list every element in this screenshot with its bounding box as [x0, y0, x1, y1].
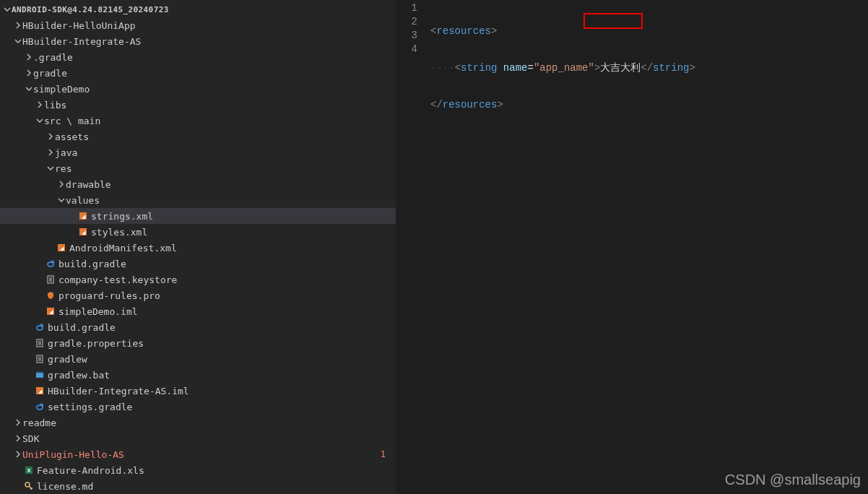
tree-folder[interactable]: HBuilder-Integrate-AS	[0, 33, 396, 49]
chevron-right-icon	[14, 419, 22, 426]
tree-file[interactable]: license.md	[0, 478, 396, 494]
tree-folder[interactable]: libs	[0, 97, 396, 113]
svg-text:X: X	[27, 468, 31, 473]
tree-item-label: company-test.keystore	[58, 274, 177, 285]
tree-file[interactable]: ◢AndroidManifest.xml	[0, 240, 396, 256]
tree-file[interactable]: ◢strings.xml	[0, 208, 396, 224]
tree-item-label: HBuilder-Integrate-AS.iml	[48, 386, 189, 396]
tree-item-label: license.md	[37, 481, 93, 492]
tree-item-label: proguard-rules.pro	[58, 290, 160, 301]
tree-file[interactable]: company-test.keystore	[0, 272, 396, 287]
tree-item-label: gradlew	[48, 354, 87, 365]
chevron-right-icon	[14, 451, 22, 458]
file-explorer[interactable]: ANDROID-SDK@4.24.82145_20240723 HBuilder…	[0, 0, 396, 494]
tree-folder[interactable]: readme	[0, 415, 396, 430]
tree-folder[interactable]: src \ main	[0, 113, 396, 129]
tree-item-label: res	[55, 163, 71, 174]
tree-file[interactable]: gradlew.bat	[0, 367, 396, 383]
line-number-gutter: 1 2 3 4	[396, 0, 430, 494]
tree-folder[interactable]: assets	[0, 129, 396, 144]
line-number: 2	[396, 15, 417, 29]
svg-rect-17	[36, 372, 43, 373]
chevron-down-icon	[14, 38, 22, 45]
file-icon	[44, 274, 57, 285]
tree-file[interactable]: build.gradle	[0, 256, 396, 272]
tree-folder[interactable]: res	[0, 160, 396, 176]
tree-item-label: Feature-Android.xls	[37, 465, 144, 476]
tree-item-label: java	[55, 147, 77, 158]
tree-file[interactable]: ◢styles.xml	[0, 224, 396, 240]
tree-item-label: settings.gradle	[48, 402, 132, 412]
gradle-icon	[33, 402, 46, 412]
tree-item-label: values	[66, 195, 100, 206]
tree-item-label: styles.xml	[91, 227, 147, 238]
tree-item-label: UniPlugin-Hello-AS	[22, 449, 124, 460]
tree-file[interactable]: gradlew	[0, 351, 396, 367]
tree-item-label: libs	[44, 100, 66, 110]
tree-folder[interactable]: .gradle	[0, 49, 396, 65]
tree-item-label: build.gradle	[48, 322, 116, 333]
file-icon	[33, 354, 46, 364]
code-content[interactable]: <resources> ····<string name="app_name">…	[430, 0, 868, 494]
project-root[interactable]: ANDROID-SDK@4.24.82145_20240723	[0, 1, 396, 17]
chevron-right-icon	[14, 435, 22, 442]
chevron-right-icon	[57, 181, 66, 188]
tree-file[interactable]: build.gradle	[0, 319, 396, 335]
code-editor[interactable]: 1 2 3 4 <resources> ····<string name="ap…	[396, 0, 868, 494]
tree-item-label: gradlew.bat	[48, 370, 110, 381]
xml-icon: ◢	[44, 306, 57, 316]
tree-file[interactable]: gradle.properties	[0, 335, 396, 351]
tree-folder[interactable]: HBuilder-HelloUniApp	[0, 17, 396, 33]
tree-item-label: simpleDemo	[33, 84, 90, 95]
bat-icon	[33, 370, 46, 380]
tree-item-label: build.gradle	[58, 259, 126, 269]
tree-file[interactable]: proguard-rules.pro	[0, 287, 396, 303]
chevron-right-icon	[25, 69, 33, 77]
tree-item-label: HBuilder-Integrate-AS	[22, 36, 141, 47]
tree-folder[interactable]: simpleDemo	[0, 81, 396, 97]
chevron-right-icon	[25, 53, 33, 61]
tree-folder[interactable]: drawable	[0, 176, 396, 192]
chevron-down-icon	[35, 117, 44, 124]
xml-icon: ◢	[77, 211, 90, 221]
tree-folder[interactable]: java	[0, 144, 396, 160]
xml-icon: ◢	[77, 227, 90, 237]
tree-file[interactable]: settings.gradle	[0, 399, 396, 415]
gradle-icon	[44, 259, 57, 269]
tree-folder[interactable]: gradle	[0, 65, 396, 81]
tree-file[interactable]: ◢HBuilder-Integrate-AS.iml	[0, 383, 396, 399]
chevron-down-icon	[57, 196, 66, 204]
tree-folder[interactable]: SDK	[0, 430, 396, 446]
tree-file[interactable]: XFeature-Android.xls	[0, 462, 396, 478]
tree-folder[interactable]: values	[0, 192, 396, 208]
license-icon	[22, 481, 35, 491]
chevron-right-icon	[14, 22, 22, 29]
xml-icon: ◢	[55, 243, 68, 253]
line-number: 3	[396, 29, 417, 43]
chevron-down-icon	[25, 85, 33, 92]
line-number: 4	[396, 43, 417, 56]
tree-item-label: readme	[22, 417, 56, 428]
line-number: 1	[396, 1, 417, 15]
tree-item-label: assets	[55, 131, 89, 142]
tree-item-label: drawable	[66, 179, 111, 190]
chevron-right-icon	[35, 101, 44, 108]
tree-item-label: simpleDemo.iml	[58, 306, 138, 317]
tree-folder[interactable]: UniPlugin-Hello-AS1	[0, 446, 396, 462]
chevron-down-icon	[46, 165, 55, 172]
tree-item-label: strings.xml	[91, 211, 153, 222]
tree-item-label: AndroidManifest.xml	[69, 243, 177, 254]
tree-item-label: src \ main	[44, 116, 100, 126]
tree-item-label: HBuilder-HelloUniApp	[22, 20, 136, 31]
chevron-down-icon	[3, 6, 12, 13]
tree-file[interactable]: ◢simpleDemo.iml	[0, 303, 396, 319]
file-icon	[33, 338, 46, 348]
tree-item-label: SDK	[22, 433, 39, 444]
error-badge: 1	[381, 449, 386, 459]
tree-item-label: .gradle	[33, 52, 73, 63]
tree-item-label: gradle	[33, 68, 67, 79]
xml-icon: ◢	[33, 386, 46, 396]
chevron-right-icon	[46, 149, 55, 156]
gradle-icon	[33, 322, 46, 332]
shield-icon	[44, 290, 57, 300]
